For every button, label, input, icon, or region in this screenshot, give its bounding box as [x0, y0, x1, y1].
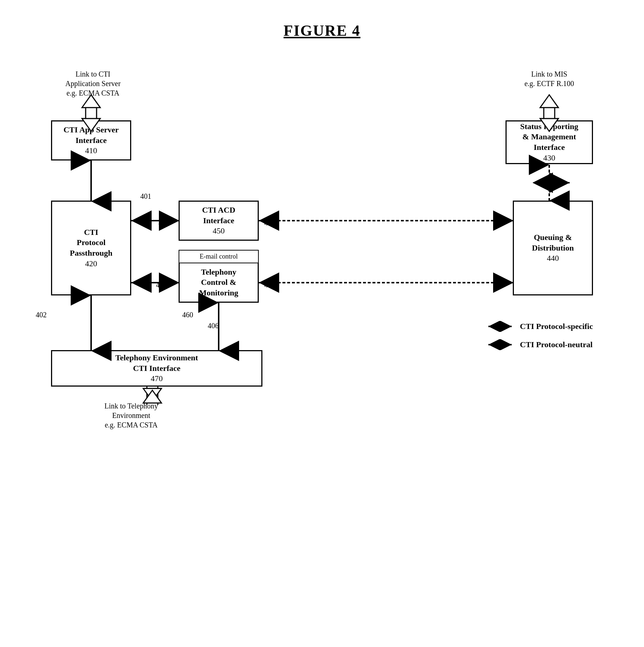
- box-470-number: 470: [151, 373, 163, 384]
- box-420-number: 420: [85, 259, 97, 269]
- box-430: Status Reporting& ManagementInterface 43…: [506, 120, 593, 164]
- box-410-number: 410: [85, 146, 97, 156]
- mis-link-label: Link to MISe.g. ECTF R.100: [511, 69, 588, 88]
- label-405: 405: [264, 280, 275, 290]
- box-420-label: CTIProtocolPassthrough: [70, 227, 113, 259]
- box-460-label: TelephonyControl &Monitoring: [199, 267, 238, 298]
- email-control-label: E-mail control: [179, 250, 259, 263]
- box-430-number: 430: [543, 153, 555, 163]
- svg-marker-8: [540, 95, 558, 108]
- legend-specific-label: CTI Protocol-specific: [520, 322, 593, 331]
- svg-marker-20: [143, 388, 161, 401]
- label-460: 460: [182, 310, 193, 319]
- box-410: CTI App ServerInterface 410: [51, 120, 131, 160]
- figure-title: FIGURE 4: [0, 0, 644, 39]
- box-420: CTIProtocolPassthrough 420: [51, 201, 131, 295]
- telephony-link-label: Link to TelephonyEnvironmente.g. ECMA CS…: [91, 401, 171, 430]
- box-410-label: CTI App ServerInterface: [63, 125, 119, 146]
- specific-arrow-icon: [485, 321, 515, 332]
- label-407: 407: [156, 280, 167, 290]
- box-450-number: 450: [213, 226, 225, 236]
- box-450: CTI ACDInterface 450: [179, 201, 259, 241]
- box-470: Telephony EnvironmentCTI Interface 470: [51, 350, 262, 387]
- box-450-label: CTI ACDInterface: [202, 205, 235, 226]
- box-440-number: 440: [547, 253, 559, 264]
- box-430-label: Status Reporting& ManagementInterface: [520, 121, 578, 153]
- legend: CTI Protocol-specific CTI Protocol-neutr…: [485, 321, 593, 350]
- label-401: 401: [140, 191, 151, 201]
- label-402: 402: [36, 310, 47, 319]
- box-470-label: Telephony EnvironmentCTI Interface: [116, 353, 198, 373]
- label-406: 406: [208, 321, 219, 330]
- label-403: 403: [159, 218, 169, 228]
- box-440-label: Queuing &Distribution: [532, 232, 574, 253]
- label-404: 404: [264, 218, 275, 228]
- legend-neutral-label: CTI Protocol-neutral: [520, 340, 592, 349]
- legend-neutral: CTI Protocol-neutral: [485, 339, 593, 350]
- box-460: TelephonyControl &Monitoring: [179, 263, 259, 303]
- box-440: Queuing &Distribution 440: [513, 201, 593, 295]
- legend-specific: CTI Protocol-specific: [485, 321, 593, 332]
- neutral-arrow-icon: [485, 339, 515, 350]
- cti-link-label: Link to CTIApplication Servere.g. ECMA C…: [56, 69, 129, 98]
